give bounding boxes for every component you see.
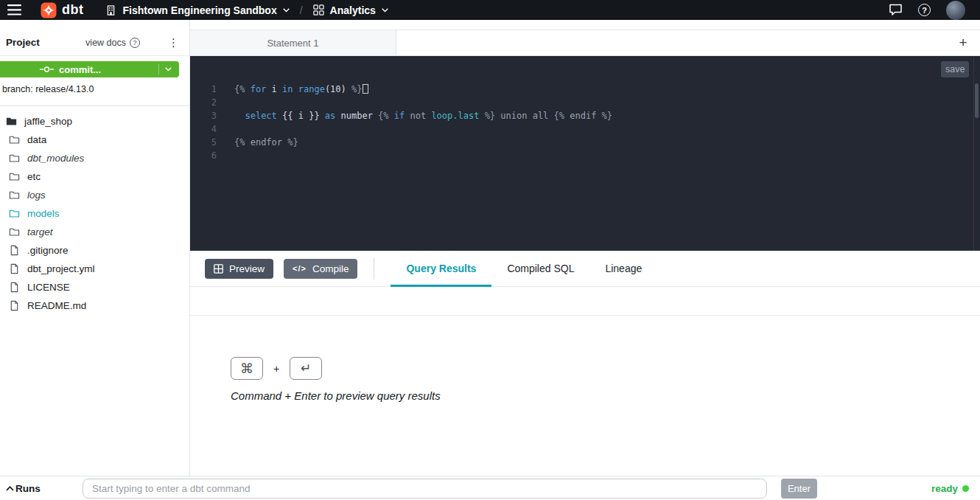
project-name: Analytics: [330, 4, 376, 16]
code-editor[interactable]: save 1{% for i in range(10) %}23 select …: [190, 56, 980, 251]
file-icon: [9, 300, 21, 312]
help-icon[interactable]: ?: [918, 4, 931, 16]
tree-item-label: .gitignore: [27, 245, 69, 256]
view-docs-link[interactable]: view docs ?: [85, 38, 140, 48]
branch-label: branch: release/4.13.0: [2, 84, 94, 94]
avatar[interactable]: [946, 1, 965, 20]
sidebar-title: Project: [6, 37, 40, 48]
preview-grid-icon: [214, 264, 223, 274]
statusbar: Runs Enter ready: [0, 476, 980, 500]
chat-icon[interactable]: [889, 4, 903, 16]
compile-label: Compile: [312, 263, 349, 274]
commit-button[interactable]: commit...: [0, 61, 179, 77]
line-number: 4: [190, 122, 217, 136]
code-icon: </>: [293, 264, 307, 273]
folder-icon: [9, 226, 21, 238]
tab-statement-1[interactable]: Statement 1: [190, 30, 396, 55]
breadcrumb-separator: /: [300, 4, 303, 16]
results-toolbar: Preview </> Compile Query ResultsCompile…: [190, 251, 980, 287]
tab-lineage[interactable]: Lineage: [589, 251, 657, 286]
editor-scrollbar[interactable]: [975, 83, 979, 118]
line-number: 2: [190, 96, 217, 109]
tree-item-readme-md[interactable]: README.md: [0, 296, 189, 315]
status-label: ready: [931, 483, 958, 494]
commit-chevron-icon[interactable]: [158, 64, 172, 74]
line-number: 6: [190, 149, 217, 162]
code-lines: 1{% for i in range(10) %}23 select {{ i …: [190, 83, 973, 162]
dbt-cloud-ide: dbt Fishtown Engineering Sandbox / Analy…: [0, 0, 980, 500]
code-line[interactable]: 1{% for i in range(10) %}: [190, 83, 973, 96]
preview-label: Preview: [229, 263, 265, 274]
commit-label: commit...: [59, 64, 101, 75]
chevron-down-icon: [382, 8, 388, 13]
building-icon: [105, 4, 116, 16]
tree-item-label: models: [27, 208, 60, 219]
toolbar-divider: [374, 257, 374, 279]
preview-hint: Command + Enter to preview query results: [231, 389, 441, 402]
sidebar-header: Project view docs ? ⋮: [0, 29, 189, 56]
topbar: dbt Fishtown Engineering Sandbox / Analy…: [0, 0, 980, 20]
code-line[interactable]: 4: [190, 122, 973, 136]
grid-icon: [313, 4, 324, 15]
kebab-menu-icon[interactable]: ⋮: [168, 37, 179, 48]
tree-item-label: target: [27, 226, 53, 237]
line-number: 3: [190, 109, 217, 122]
status-dot: [962, 485, 969, 492]
tree-item-logs[interactable]: logs: [0, 186, 189, 204]
command-key-icon: ⌘: [231, 357, 263, 380]
tree-item-label: dbt_project.yml: [27, 263, 95, 274]
line-number: 1: [190, 83, 217, 96]
folder-icon: [9, 153, 21, 164]
file-tree: jaffle_shop data dbt_modules etc logs mo…: [0, 112, 189, 315]
folder-icon: [6, 116, 18, 128]
commit-icon: [40, 65, 54, 74]
tab-query-results[interactable]: Query Results: [391, 251, 491, 286]
code-text: select {{ i }} as number {% if not loop.…: [234, 109, 612, 122]
plus-separator: +: [273, 363, 279, 375]
add-tab-button[interactable]: +: [946, 30, 980, 55]
folder-icon: [9, 171, 21, 183]
folder-icon: [9, 190, 21, 201]
runs-toggle[interactable]: Runs: [6, 476, 41, 500]
line-number: 5: [190, 136, 217, 149]
command-input[interactable]: [83, 479, 767, 499]
code-line[interactable]: 6: [190, 149, 973, 162]
tree-item-etc[interactable]: etc: [0, 167, 189, 186]
tree-item-label: jaffle_shop: [24, 116, 72, 127]
tree-item-dbt-project-yml[interactable]: dbt_project.yml: [0, 260, 189, 278]
tree-item--gitignore[interactable]: .gitignore: [0, 241, 189, 260]
tree-item-target[interactable]: target: [0, 223, 189, 241]
enter-button[interactable]: Enter: [781, 479, 817, 499]
account-switcher[interactable]: Fishtown Engineering Sandbox: [105, 4, 289, 16]
editor-tabbar: Statement 1 +: [190, 29, 980, 56]
enter-key-icon: ↵: [290, 357, 322, 380]
menu-icon[interactable]: [7, 4, 21, 15]
code-line[interactable]: 5{% endfor %}: [190, 136, 973, 149]
code-line[interactable]: 2: [190, 96, 973, 109]
tree-item-dbt-modules[interactable]: dbt_modules: [0, 149, 189, 167]
tree-item-models[interactable]: models: [0, 204, 189, 223]
runs-label: Runs: [15, 483, 41, 494]
file-icon: [9, 263, 21, 275]
tree-item-license[interactable]: LICENSE: [0, 278, 189, 296]
code-line[interactable]: 3 select {{ i }} as number {% if not loo…: [190, 109, 973, 122]
results-divider: [190, 315, 980, 316]
tree-item-label: README.md: [27, 300, 86, 311]
dbt-logo[interactable]: dbt: [41, 2, 83, 18]
view-docs-label: view docs: [85, 38, 126, 48]
file-icon: [9, 245, 21, 257]
folder-icon: [9, 134, 21, 146]
topbar-actions: ?: [889, 1, 965, 20]
compile-button[interactable]: </> Compile: [284, 259, 357, 279]
sidebar-divider: [0, 105, 189, 106]
tree-item-data[interactable]: data: [0, 131, 189, 149]
help-glyph: ?: [922, 6, 927, 15]
tree-item-label: LICENSE: [27, 282, 70, 293]
folder-icon: [9, 208, 21, 220]
status-indicator: ready: [931, 476, 969, 500]
preview-button[interactable]: Preview: [205, 259, 273, 279]
tree-item-jaffle-shop[interactable]: jaffle_shop: [0, 112, 189, 131]
tab-compiled-sql[interactable]: Compiled SQL: [491, 251, 589, 286]
project-switcher[interactable]: Analytics: [313, 4, 388, 16]
save-button[interactable]: save: [941, 61, 969, 77]
